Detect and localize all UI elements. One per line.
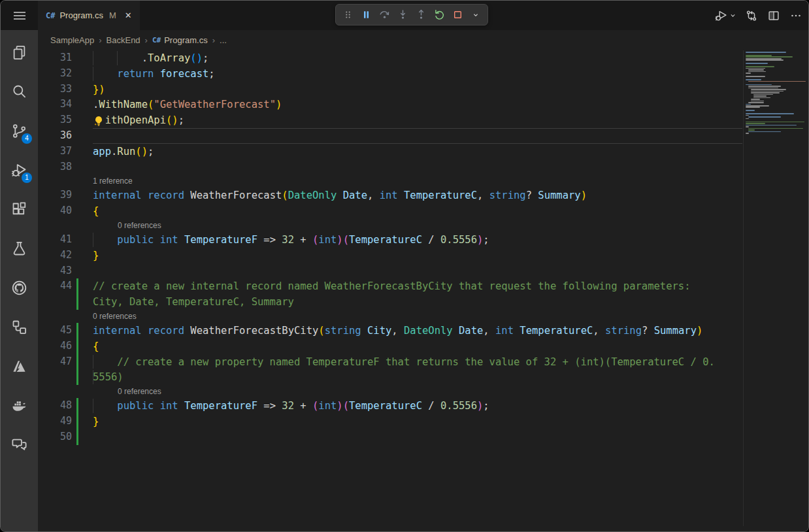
codelens-references-link[interactable]: 0 references	[93, 310, 137, 323]
sidebar-item-chat[interactable]	[1, 425, 38, 464]
breadcrumb-item-program-cs[interactable]: C#Program.cs	[152, 35, 208, 45]
code-line-44[interactable]: 44// create a new internal record named …	[38, 278, 742, 294]
code-line-35[interactable]: 35.WithOpenApi();	[38, 112, 742, 128]
debug-more-button[interactable]	[467, 6, 485, 24]
gutter-added-change-bar[interactable]	[76, 278, 78, 294]
sidebar-item-explorer[interactable]	[1, 33, 38, 72]
gutter-added-change-bar[interactable]	[76, 429, 78, 445]
code-content	[93, 263, 742, 279]
gutter-added-change-bar[interactable]	[76, 339, 78, 354]
code-content: {	[93, 203, 742, 219]
gutter: 39	[38, 188, 93, 203]
gutter: 41	[38, 232, 93, 248]
code-line-32[interactable]: 32 return forecast;	[38, 66, 742, 82]
sidebar-item-testing[interactable]	[1, 229, 38, 268]
gutter: 46	[38, 339, 93, 354]
codelens-references-link[interactable]: 0 references	[118, 385, 161, 398]
minimap-line	[746, 107, 760, 108]
pause-button[interactable]	[357, 6, 375, 24]
code-line-33[interactable]: 33})	[38, 82, 742, 97]
run-or-debug-button[interactable]	[712, 6, 739, 25]
step-over-button[interactable]	[375, 6, 393, 24]
code-line-36[interactable]: 36	[38, 128, 742, 144]
gutter-added-change-bar[interactable]	[76, 414, 78, 429]
line-number: 35	[38, 112, 72, 128]
sidebar-item-run-and-debug[interactable]: 1	[1, 150, 38, 190]
code-line-49[interactable]: 49}	[38, 414, 742, 429]
gutter: 35	[38, 112, 93, 128]
stop-button[interactable]	[448, 6, 467, 24]
code-content: }	[93, 414, 742, 429]
restart-button[interactable]	[430, 6, 448, 24]
split-editor-icon	[767, 8, 781, 23]
minimap-line	[746, 63, 768, 64]
linked-squares-icon	[10, 318, 28, 336]
code-line-40[interactable]: 40{	[38, 203, 742, 219]
editor: SampleApp›BackEnd›C#Program.cs›... 31 .T…	[38, 30, 808, 531]
open-changes-button[interactable]	[742, 6, 761, 25]
code-line-34[interactable]: 34.WithName("GetWeatherForecast")	[38, 97, 742, 112]
codelens-references-link[interactable]: 0 references	[118, 219, 161, 232]
gutter-added-change-bar[interactable]	[76, 369, 78, 385]
line-number: 45	[38, 323, 72, 339]
sidebar-item-github[interactable]	[1, 268, 38, 307]
codelens-references-link[interactable]: 1 reference	[93, 175, 133, 188]
code-line-wrap[interactable]: City, Date, TemperatureC, Summary	[38, 294, 742, 310]
code-line-39[interactable]: 39internal record WeatherForecast(DateOn…	[38, 188, 742, 203]
sidebar-item-search[interactable]	[1, 72, 38, 111]
tab-label: Program.cs	[59, 10, 103, 20]
code-line-46[interactable]: 46{	[38, 339, 742, 354]
line-number: 32	[38, 66, 72, 82]
minimap-line	[746, 133, 749, 134]
code-content	[93, 159, 742, 175]
code-line-31[interactable]: 31 .ToArray();	[38, 50, 742, 66]
breadcrumb-item--[interactable]: ...	[220, 35, 227, 45]
breadcrumb-separator: ›	[212, 35, 215, 45]
code-line-41[interactable]: 41 public int TemperatureF => 32 + (int)…	[38, 232, 742, 248]
tab-program-cs[interactable]: C# Program.cs M ✕	[38, 1, 140, 30]
tab-close-icon[interactable]: ✕	[125, 10, 132, 20]
gutter-added-change-bar[interactable]	[76, 294, 78, 310]
code-line-48[interactable]: 48 public int TemperatureF => 32 + (int)…	[38, 398, 742, 414]
code-area[interactable]: 31 .ToArray();32 return forecast;33})34.…	[38, 50, 808, 445]
code-content	[93, 128, 742, 144]
code-line-47[interactable]: 47 // create a new property named Temper…	[38, 354, 742, 370]
code-line-wrap[interactable]: 5556)	[38, 369, 742, 385]
sidebar-item-extensions[interactable]	[1, 190, 38, 229]
files-icon	[10, 44, 28, 61]
code-line-42[interactable]: 42}	[38, 248, 742, 263]
quick-fix-lightbulb[interactable]	[92, 114, 105, 127]
source-control-badge: 4	[22, 133, 32, 144]
sidebar-item-remote-graph[interactable]	[1, 307, 38, 346]
sidebar-item-docker[interactable]	[1, 386, 38, 425]
menu-button[interactable]	[1, 1, 38, 30]
step-out-button[interactable]	[412, 6, 430, 24]
gutter: 38	[38, 159, 93, 175]
minimap-line	[746, 84, 772, 86]
indent-guide	[93, 233, 93, 247]
breadcrumb-item-sampleapp[interactable]: SampleApp	[50, 35, 94, 45]
gutter-added-change-bar[interactable]	[76, 354, 78, 370]
code-line-50[interactable]: 50	[38, 429, 742, 445]
minimap-line	[751, 101, 764, 102]
line-number: 46	[38, 339, 72, 354]
toolbar-drag-handle[interactable]	[338, 6, 357, 24]
code-line-43[interactable]: 43	[38, 263, 742, 279]
breadcrumb-item-backend[interactable]: BackEnd	[107, 35, 140, 45]
split-editor-button[interactable]	[764, 6, 784, 25]
code-line-37[interactable]: 37app.Run();	[38, 144, 742, 159]
sidebar-item-source-control[interactable]: 4	[1, 111, 38, 150]
minimap[interactable]	[746, 52, 809, 135]
breadcrumb: SampleApp›BackEnd›C#Program.cs›...	[38, 30, 808, 50]
gutter-added-change-bar[interactable]	[76, 323, 78, 339]
more-actions-button[interactable]	[786, 6, 806, 25]
gutter-added-change-bar[interactable]	[76, 398, 78, 414]
step-into-button[interactable]	[393, 6, 412, 24]
minimap-line	[748, 88, 778, 89]
extensions-icon	[10, 201, 28, 218]
sidebar-item-azure[interactable]	[1, 346, 38, 386]
gutter: 45	[38, 323, 93, 339]
code-line-45[interactable]: 45internal record WeatherForecastByCity(…	[38, 323, 742, 339]
gutter	[38, 385, 93, 398]
code-line-38[interactable]: 38	[38, 159, 742, 175]
